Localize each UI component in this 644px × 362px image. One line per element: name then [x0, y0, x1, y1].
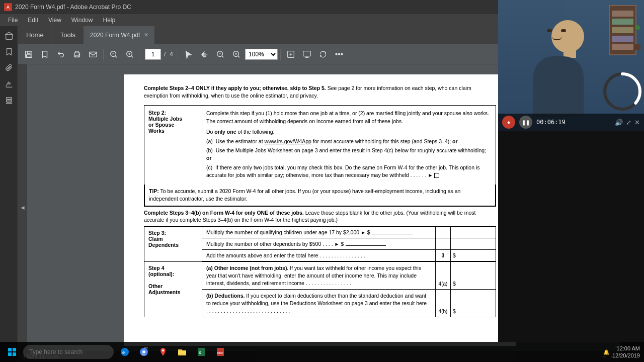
svg-point-54 — [162, 349, 164, 351]
sidebar-layers-icon[interactable] — [2, 93, 17, 108]
svg-rect-2 — [6, 98, 12, 100]
svg-rect-14 — [90, 52, 97, 57]
speaker-icon[interactable]: 🔊 — [615, 119, 623, 126]
svg-rect-46 — [8, 348, 12, 351]
sidebar-bookmark-icon[interactable] — [2, 44, 17, 59]
svg-rect-47 — [13, 348, 16, 351]
svg-text:e: e — [122, 350, 125, 355]
tip-section: TIP: To be accurate, submit a 2020 Form … — [144, 185, 496, 206]
taskbar: e X — [0, 342, 644, 362]
svg-rect-9 — [27, 51, 30, 53]
save-button[interactable] — [21, 47, 36, 62]
window-title: 2020 Form W4.pdf - Adobe Acrobat Pro DC — [15, 4, 131, 11]
svg-rect-3 — [6, 100, 12, 102]
rotate-button[interactable] — [315, 47, 331, 62]
sidebar-paperclip-icon[interactable] — [2, 60, 17, 75]
taskbar-date: 12/20/2019 — [612, 352, 640, 359]
tab-home[interactable]: Home — [18, 26, 52, 44]
zoom-in-small[interactable] — [229, 47, 244, 62]
svg-text:PDF: PDF — [217, 351, 223, 354]
complete-notice: Complete Steps 3–4(b) on Form W-4 for on… — [144, 207, 496, 226]
expand-video-button[interactable]: ⤢ — [626, 119, 631, 126]
menu-edit[interactable]: Edit — [24, 16, 42, 25]
svg-line-28 — [238, 55, 240, 57]
video-panel: ● ❚❚ 00:06:19 🔊 ⤢ ✕ — [498, 0, 644, 342]
undo-button[interactable] — [53, 47, 68, 62]
bookmark-button[interactable] — [37, 47, 52, 62]
taskbar-excel-icon[interactable]: X — [193, 344, 209, 360]
taskbar-time: 12:00 AM — [612, 345, 640, 352]
header-notice: Complete Steps 2–4 ONLY if they apply to… — [144, 84, 496, 99]
loading-indicator — [601, 70, 644, 113]
pdf-page: Complete Steps 2–4 ONLY if they apply to… — [124, 74, 516, 346]
left-sidebar — [0, 26, 18, 362]
app-icon: A — [4, 3, 12, 11]
sidebar-home-icon[interactable] — [2, 28, 17, 43]
taskbar-explorer-icon[interactable] — [174, 344, 190, 360]
page-total: 4 — [170, 51, 173, 58]
zoom-select[interactable]: 100% 75% 125% 150% — [245, 49, 278, 60]
menu-help[interactable]: Help — [99, 16, 120, 25]
zoom-out-small[interactable] — [213, 47, 228, 62]
sidebar-sign-icon[interactable] — [2, 76, 17, 92]
taskbar-clock: 🔔 12:00 AM 12/20/2019 — [603, 345, 640, 359]
zoom-in-button[interactable] — [122, 47, 137, 62]
taskbar-chrome-icon[interactable] — [136, 344, 152, 360]
svg-line-24 — [222, 55, 224, 57]
menu-window[interactable]: Window — [67, 16, 97, 25]
pause-button[interactable]: ❚❚ — [519, 116, 532, 129]
pan-tool-button[interactable] — [197, 47, 212, 62]
fit-page-button[interactable] — [283, 47, 298, 62]
svg-rect-30 — [303, 51, 310, 56]
start-button[interactable] — [4, 344, 20, 360]
taskbar-search-input[interactable] — [23, 345, 114, 359]
taskbar-acrobat-icon[interactable]: PDF — [212, 344, 228, 360]
video-controls: ● ❚❚ 00:06:19 🔊 ⤢ ✕ — [498, 114, 644, 131]
step2-content: Complete this step if you (1) hold more … — [202, 106, 496, 185]
webcam-feed: ● ❚❚ 00:06:19 🔊 ⤢ ✕ — [498, 0, 644, 131]
scroll-left-arrow[interactable]: ◄ — [18, 64, 27, 351]
taskbar-maps-icon[interactable] — [155, 344, 171, 360]
svg-rect-10 — [27, 54, 31, 57]
page-navigation: / 4 — [145, 49, 173, 60]
svg-rect-12 — [75, 55, 78, 57]
svg-rect-4 — [6, 103, 12, 104]
taskbar-edge-icon[interactable]: e — [117, 344, 133, 360]
svg-rect-48 — [8, 352, 12, 356]
more-tools-button[interactable]: ••• — [332, 47, 347, 62]
menu-view[interactable]: View — [44, 16, 65, 25]
svg-line-17 — [115, 55, 117, 57]
tab-tools[interactable]: Tools — [52, 26, 84, 44]
svg-text:X: X — [199, 351, 201, 354]
step3-table: Step 3: Claim Dependents Multiply the nu… — [144, 226, 496, 261]
svg-rect-49 — [13, 352, 16, 356]
page-separator: / — [164, 51, 166, 58]
step2-label: Step 2: Multiple Jobs or Spouse Works — [144, 106, 202, 185]
record-button[interactable]: ● — [502, 116, 515, 129]
step2-block: Step 2: Multiple Jobs or Spouse Works Co… — [144, 105, 496, 206]
presentation-button[interactable] — [299, 47, 314, 62]
print-button[interactable] — [69, 47, 85, 62]
step4-table: Step 4 (optional): Other Adjustments (a)… — [144, 261, 496, 317]
recording-time: 00:06:19 — [536, 119, 566, 126]
svg-point-13 — [79, 54, 79, 54]
menu-file[interactable]: File — [4, 16, 22, 25]
step2-row: Step 2: Multiple Jobs or Spouse Works Co… — [144, 106, 496, 185]
page-number-input[interactable] — [145, 49, 161, 60]
tab-close-button[interactable]: ✕ — [144, 32, 148, 38]
select-tool-button[interactable] — [181, 47, 196, 62]
svg-line-21 — [131, 55, 133, 57]
svg-rect-0 — [6, 34, 12, 39]
notification-icon[interactable]: 🔔 — [603, 349, 609, 355]
zoom-out-button[interactable] — [106, 47, 121, 62]
close-video-button[interactable]: ✕ — [634, 119, 640, 126]
tab-document[interactable]: 2020 Form W4.pdf ✕ — [84, 26, 154, 44]
email-button[interactable] — [86, 47, 101, 62]
